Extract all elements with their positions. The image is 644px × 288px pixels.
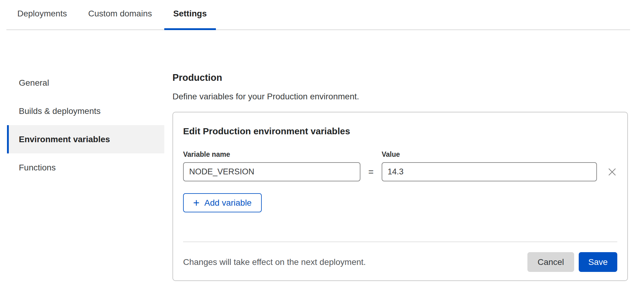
footer-note: Changes will take effect on the next dep… (183, 257, 366, 267)
environment-variables-panel: Production Define variables for your Pro… (172, 69, 628, 281)
section-heading: Production (172, 72, 628, 84)
tab-settings[interactable]: Settings (164, 8, 216, 29)
variable-value-input[interactable] (382, 162, 597, 181)
tab-custom-domains[interactable]: Custom domains (79, 8, 161, 29)
sidebar-item-label: Builds & deployments (19, 106, 101, 116)
project-tab-bar: Deployments Custom domains Settings (6, 0, 630, 30)
sidebar-item-environment-variables[interactable]: Environment variables (7, 125, 164, 153)
sidebar-item-functions[interactable]: Functions (9, 153, 164, 182)
settings-content: General Builds & deployments Environment… (9, 69, 644, 281)
tab-deployments[interactable]: Deployments (8, 8, 76, 29)
sidebar-item-general[interactable]: General (9, 69, 164, 97)
edit-variables-card: Edit Production environment variables Va… (172, 112, 628, 281)
cancel-button[interactable]: Cancel (527, 252, 574, 272)
card-title: Edit Production environment variables (183, 125, 617, 137)
tab-label: Custom domains (88, 9, 152, 18)
tab-label: Deployments (17, 9, 67, 18)
tab-label: Settings (173, 9, 207, 18)
add-variable-label: Add variable (204, 198, 252, 208)
active-tab-indicator (164, 28, 216, 30)
settings-sidebar: General Builds & deployments Environment… (9, 69, 164, 281)
close-icon (608, 168, 616, 176)
plus-icon: + (193, 198, 199, 207)
sidebar-item-label: Functions (19, 163, 56, 173)
sidebar-item-builds-deployments[interactable]: Builds & deployments (9, 97, 164, 125)
value-label: Value (382, 150, 400, 159)
sidebar-item-label: General (19, 78, 49, 88)
save-button[interactable]: Save (579, 252, 617, 272)
equals-sign: = (368, 167, 374, 177)
field-labels-row: Variable name Value (183, 150, 617, 159)
add-variable-button[interactable]: + Add variable (183, 193, 262, 212)
section-description: Define variables for your Production env… (172, 91, 628, 102)
card-divider (183, 242, 617, 242)
variable-name-label: Variable name (183, 150, 382, 159)
remove-variable-button[interactable] (607, 167, 617, 177)
variable-row: = (183, 162, 617, 181)
variable-name-input[interactable] (183, 162, 360, 181)
sidebar-item-label: Environment variables (19, 135, 110, 144)
card-footer: Changes will take effect on the next dep… (183, 252, 617, 272)
